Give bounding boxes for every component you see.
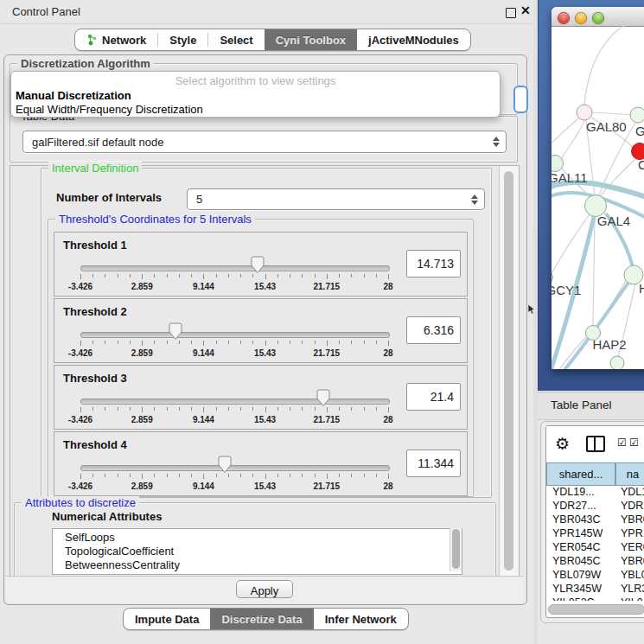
float-window-icon[interactable] [506,8,516,18]
control-panel-titlebar: Control Panel ✕ [0,0,536,24]
network-node-gal11[interactable] [552,156,564,172]
attribute-list-item[interactable]: BetweennessCentrality [53,558,462,572]
network-node-ga[interactable] [630,107,644,123]
column-header-shared-name[interactable]: shared... [546,462,615,486]
tick-mark [252,474,253,477]
tick-mark [228,274,229,277]
numerical-attributes-list[interactable]: SelfLoopsTopologicalCoefficientBetweenne… [52,528,462,575]
table-row[interactable]: YPR145WYPR1 [546,527,644,541]
attribute-list-item[interactable]: TopologicalCoefficient [53,545,462,558]
tick-mark [191,474,192,477]
slider-track[interactable] [80,465,390,471]
table-row[interactable]: YLR345WYLR3 [546,583,644,596]
threshold-value-field[interactable]: 6.316 [406,316,461,344]
slider-track[interactable] [80,265,390,271]
tick-label: 28 [383,415,392,424]
tick-mark [376,341,377,344]
tick-mark [191,274,192,277]
algorithm-dropdown-popup: Select algorithm to view settings Manual… [10,71,501,118]
table-row[interactable]: YBL079WYBL0 [546,569,644,583]
slider-thumb[interactable] [218,456,232,474]
node-table: ⚙ ☑ ☑ shared... na YDL19...YDL1YDR27...Y… [545,425,644,618]
table-row[interactable]: YBR043CYBR0 [546,513,644,527]
settings-vertical-scrollbar[interactable] [499,166,519,579]
settings-scroll-area: Interval Definition Number of Intervals … [10,165,520,580]
tab-impute-data[interactable]: Impute Data [124,609,210,629]
table-row[interactable]: YDR27...YDR2 [546,500,644,513]
attributes-scrollbar-thumb[interactable] [452,529,460,569]
cell-shared-name: YDL19... [546,486,615,500]
split-columns-icon[interactable] [586,436,605,452]
tab-cyni-toolbox[interactable]: Cyni Toolbox [265,29,357,50]
zoom-traffic-light-icon[interactable] [592,12,604,24]
network-node-label: GAL80 [586,119,627,134]
tick-label: 15.43 [254,415,276,424]
slider-thumb[interactable] [316,389,330,407]
column-header-name[interactable]: na [615,462,644,486]
slider-track[interactable] [80,399,390,405]
tab-network[interactable]: Network [75,29,157,50]
tick-mark [191,407,192,411]
network-canvas[interactable]: GAL80GACGAL11GAL4GCY1HHAP2 [552,26,644,369]
tick-mark [240,274,241,277]
table-row[interactable]: YDL19...YDL1 [546,486,644,500]
tab-infer-network[interactable]: Infer Network [314,609,408,629]
slider-track[interactable] [80,332,390,338]
tick-mark [339,274,340,277]
combobox-stepper-icon[interactable] [493,137,500,147]
tick-label: -3.426 [68,348,92,358]
network-node[interactable] [610,356,624,369]
tick-mark [167,341,168,344]
tick-mark [265,274,266,279]
apply-button[interactable]: Apply [236,580,293,598]
number-of-intervals-value: 5 [196,193,202,206]
tick-mark [290,274,290,277]
select-all-checkbox-icon[interactable]: ☑ [617,437,627,449]
algorithm-combobox-focus-fragment[interactable] [513,86,528,113]
gear-icon[interactable]: ⚙ [555,434,570,454]
slider-thumb[interactable] [169,322,182,341]
tick-label: 9.144 [193,282,214,291]
tick-label: -3.426 [68,415,92,424]
threshold-value-field[interactable]: 14.713 [406,250,461,277]
close-icon[interactable]: ✕ [520,3,531,17]
slider-thumb[interactable] [251,256,265,274]
tick-mark [240,474,241,477]
cell-name: YBR0 [615,555,644,569]
tab-select[interactable]: Select [208,29,264,50]
network-window-titlebar[interactable] [552,7,644,27]
table-row[interactable]: YIL052CYIL0 [546,596,644,601]
table-row[interactable]: YER054CYER0 [546,541,644,555]
cell-shared-name: YLR345W [546,583,615,596]
table-hscrollbar-thumb[interactable] [548,604,644,615]
tick-mark [154,341,155,344]
tick-mark [364,474,365,477]
network-node-gal80[interactable] [577,105,592,120]
tab-discretize-data[interactable]: Discretize Data [210,609,313,629]
tab-style[interactable]: Style [158,29,207,50]
threshold-box-3: Threshold 3-3.4262.8599.14415.4321.71528… [54,365,468,430]
table-row[interactable]: YBR045CYBR0 [546,555,644,569]
tick-label: 2.859 [131,415,153,424]
table-horizontal-scrollbar[interactable] [546,603,644,615]
close-traffic-light-icon[interactable] [558,12,570,24]
attribute-list-item[interactable]: SelfLoops [53,531,462,545]
settings-scrollbar-thumb[interactable] [504,171,513,571]
network-node-label: GA [635,124,644,138]
attributes-scrollbar[interactable] [450,528,462,571]
tick-mark [142,274,143,279]
table-data-selected: galFiltered.sif default node [32,136,163,149]
tab-jactivemnodules[interactable]: jActiveMNodules [357,29,470,50]
table-data-combobox[interactable]: galFiltered.sif default node [22,131,507,153]
tab-label: Select [220,34,252,47]
tick-label: 9.144 [193,415,214,424]
number-of-intervals-combobox[interactable]: 5 [187,188,485,210]
tick-mark [376,274,377,277]
algorithm-option-manual[interactable]: Manual Discretization [16,89,131,102]
algorithm-option-equal-width[interactable]: Equal Width/Frequency Discretization [16,103,203,116]
minimize-traffic-light-icon[interactable] [575,12,587,24]
threshold-value-field[interactable]: 11.344 [406,450,461,477]
intervals-stepper-icon[interactable] [471,194,478,205]
threshold-value-field[interactable]: 21.4 [406,383,461,411]
select-none-checkbox-icon[interactable]: ☑ [629,437,639,449]
